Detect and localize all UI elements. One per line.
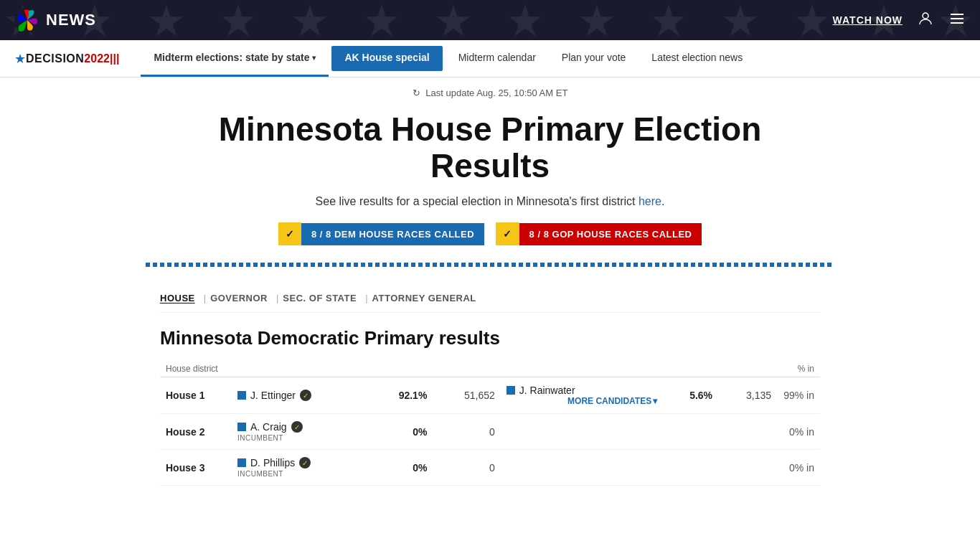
nav-item-news[interactable]: Latest election news xyxy=(639,40,755,77)
decision-logo[interactable]: ★ DECISION 2022 ||| xyxy=(14,51,119,67)
district-name: House 3 xyxy=(166,462,204,474)
page-subtitle: See live results for a special election … xyxy=(160,195,820,208)
district-name: House 2 xyxy=(166,426,204,438)
district-header-text: House district xyxy=(166,364,218,374)
main-content: ↻ Last update Aug. 25, 10:50 AM ET Minne… xyxy=(146,77,834,486)
watch-label[interactable]: WATCH NOW xyxy=(833,14,903,26)
nav-item-news-label: Latest election news xyxy=(651,52,743,63)
top-nav-right: WATCH NOW xyxy=(833,10,966,31)
incumbent-label: INCUMBENT xyxy=(237,434,363,442)
tab-house[interactable]: HOUSE xyxy=(160,293,204,303)
candidate-1-votes: 0 xyxy=(433,414,500,450)
nav-items: Midterm elections: state by state ▾ AK H… xyxy=(141,40,755,77)
candidate-2-pct: 5.6% xyxy=(663,377,718,414)
decision-bar: ||| xyxy=(110,52,119,65)
nav-item-ak-label: AK House special xyxy=(344,52,429,63)
secondary-nav: ★ DECISION 2022 ||| Midterm elections: s… xyxy=(0,40,980,77)
col-header-pct-in: % in xyxy=(777,361,820,377)
candidate-1-votes: 0 xyxy=(433,450,500,486)
tab-governor[interactable]: GOVERNOR xyxy=(210,293,276,303)
tab-divider-1: | xyxy=(204,293,206,303)
chevron-down-icon: ▾ xyxy=(653,396,657,406)
table-row: House 2 A. Craig ✓ INCUMBENT 0%00% in xyxy=(160,414,820,450)
col-header-votes1 xyxy=(433,361,500,377)
gop-badge[interactable]: ✓ 8 / 8 GOP HOUSE RACES CALLED xyxy=(496,222,702,245)
party-square-icon xyxy=(507,386,515,395)
party-square-icon xyxy=(237,458,246,467)
candidate-1-pct: 0% xyxy=(369,414,433,450)
candidate-2-votes: 3,135 xyxy=(718,377,777,414)
dem-badge-label: 8 / 8 DEM HOUSE RACES CALLED xyxy=(301,223,484,245)
candidate-1-cell: A. Craig ✓ INCUMBENT xyxy=(232,414,369,450)
subtitle-link[interactable]: here xyxy=(639,195,661,207)
race-tabs: HOUSE | GOVERNOR | SEC. OF STATE | ATTOR… xyxy=(160,281,820,313)
col-header-candidate2 xyxy=(501,361,663,377)
hamburger-icon[interactable] xyxy=(948,10,966,31)
district-cell: House 3 xyxy=(160,450,232,486)
candidate-2-cell: J. Rainwater MORE CANDIDATES ▾ xyxy=(501,377,663,414)
nav-item-midterms-label: Midterm elections: state by state xyxy=(154,52,309,63)
nbc-logo[interactable]: NEWS xyxy=(14,7,96,33)
decision-text: DECISION xyxy=(26,52,84,65)
party-square-icon xyxy=(237,423,246,431)
pct-in-cell: 0% in xyxy=(777,450,820,486)
nav-item-calendar-label: Midterm calendar xyxy=(458,52,536,63)
party-square-icon xyxy=(237,391,246,400)
subtitle-before: See live results for a special election … xyxy=(316,195,639,207)
watch-text: WATCH xyxy=(833,14,876,26)
nav-item-calendar[interactable]: Midterm calendar xyxy=(446,40,549,77)
candidate-1-cell: J. Ettinger ✓ xyxy=(232,377,369,414)
candidate-2-name: J. Rainwater xyxy=(519,385,575,396)
incumbent-label: INCUMBENT xyxy=(237,470,363,478)
subtitle-after: . xyxy=(661,195,664,207)
district-name: House 1 xyxy=(166,390,204,401)
candidate-2: J. Rainwater xyxy=(507,385,657,396)
decision-star: ★ xyxy=(14,51,26,67)
chevron-down-icon: ▾ xyxy=(312,54,316,62)
logo-text: NEWS xyxy=(46,11,96,29)
nav-item-vote[interactable]: Plan your vote xyxy=(549,40,639,77)
dem-badge[interactable]: ✓ 8 / 8 DEM HOUSE RACES CALLED xyxy=(278,222,485,245)
district-cell: House 1 xyxy=(160,377,232,414)
col-header-pct1 xyxy=(369,361,433,377)
candidate-1: D. Phillips ✓ xyxy=(237,457,363,468)
nav-item-ak-house[interactable]: AK House special xyxy=(331,46,442,71)
dem-check-icon: ✓ xyxy=(278,222,302,245)
last-update-text: Last update Aug. 25, 10:50 AM ET xyxy=(425,88,567,98)
pct-in-cell: 99% in xyxy=(777,377,820,414)
col-header-candidate1 xyxy=(232,361,369,377)
candidate-1-votes: 51,652 xyxy=(433,377,500,414)
won-icon: ✓ xyxy=(291,421,303,433)
tab-divider-3: | xyxy=(365,293,367,303)
tab-attorney-general[interactable]: ATTORNEY GENERAL xyxy=(372,293,485,303)
page-title: Minnesota House Primary Election Results xyxy=(160,111,820,184)
candidate-1-pct: 92.1% xyxy=(369,377,433,414)
table-row: House 3 D. Phillips ✓ INCUMBENT 0%00% in xyxy=(160,450,820,486)
section-title: Minnesota Democratic Primary results xyxy=(160,327,820,349)
nav-item-midterms[interactable]: Midterm elections: state by state ▾ xyxy=(141,40,329,77)
pct-in-header-text: % in xyxy=(798,364,814,374)
col-header-district: House district xyxy=(160,361,232,377)
candidate-1-name: A. Craig xyxy=(250,421,287,433)
candidate-1-cell: D. Phillips ✓ INCUMBENT xyxy=(232,450,369,486)
tab-sec-state[interactable]: SEC. OF STATE xyxy=(283,293,365,303)
col-header-votes2 xyxy=(718,361,777,377)
candidate-1: J. Ettinger ✓ xyxy=(237,390,363,401)
won-icon: ✓ xyxy=(299,457,311,468)
decision-year: 2022 xyxy=(84,52,110,65)
race-badges: ✓ 8 / 8 DEM HOUSE RACES CALLED ✓ 8 / 8 G… xyxy=(160,222,820,245)
top-nav: NEWS WATCH NOW ★ xyxy=(0,0,980,77)
gop-badge-label: 8 / 8 GOP HOUSE RACES CALLED xyxy=(519,223,702,245)
results-table: House district % in House 1 J. Ettinger … xyxy=(160,361,820,486)
watch-now-text: NOW xyxy=(876,14,903,26)
user-icon[interactable] xyxy=(917,10,934,31)
candidate-1-name: D. Phillips xyxy=(250,457,295,468)
last-update-bar: ↻ Last update Aug. 25, 10:50 AM ET xyxy=(160,77,820,104)
col-header-pct2 xyxy=(663,361,718,377)
won-icon: ✓ xyxy=(300,390,311,401)
tab-divider-2: | xyxy=(276,293,278,303)
table-row: House 1 J. Ettinger ✓ 92.1%51,652 J. Rai… xyxy=(160,377,820,414)
more-candidates-button[interactable]: MORE CANDIDATES ▾ xyxy=(507,396,657,406)
nav-item-vote-label: Plan your vote xyxy=(562,52,626,63)
dotted-divider xyxy=(146,263,834,267)
